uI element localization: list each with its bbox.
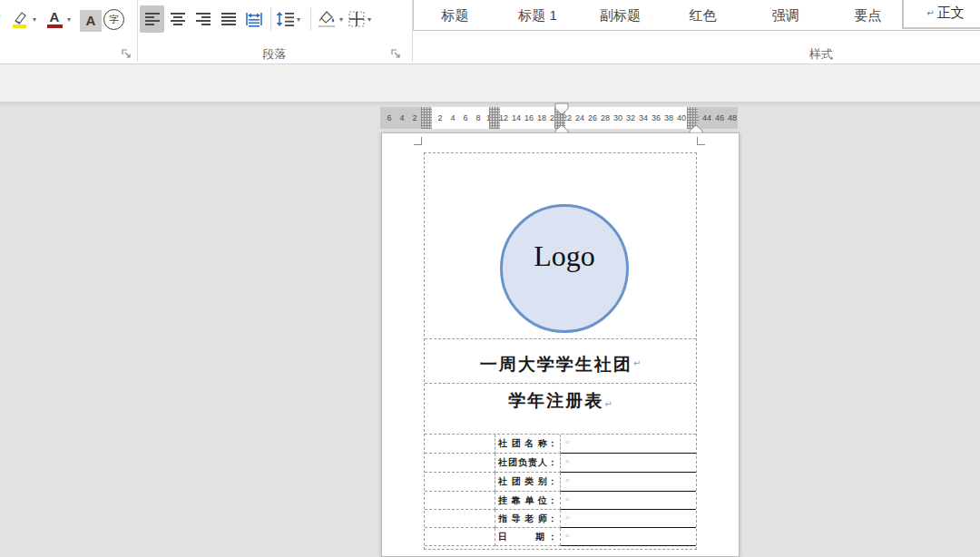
distributed-button[interactable] [241, 5, 266, 33]
paragraph-mark-icon: ↵ [633, 358, 641, 368]
style-item-subtitle[interactable]: 副标题 [579, 1, 662, 29]
logo-circle-shape[interactable]: Logo [500, 204, 629, 333]
chevron-down-icon: ▾ [67, 15, 71, 24]
fill-in-line[interactable]: ¤ [561, 473, 696, 492]
font-color-icon: A [44, 8, 65, 30]
label-cell[interactable]: 挂 靠 单 位： [495, 492, 561, 510]
highlighter-icon [9, 8, 31, 30]
empty-cell[interactable] [425, 454, 495, 473]
title-line-2[interactable]: 学年注册表 ↵ [425, 384, 696, 435]
return-mark-icon: ↵ [926, 8, 934, 18]
separator [270, 7, 271, 31]
clipped-dropdown-icon[interactable]: ▾ [0, 13, 1, 22]
text-boundary-corner-left [414, 137, 422, 145]
label-cell[interactable]: 社团负责人： [495, 454, 561, 473]
form-row-club-leader: 社团负责人： ¤ [425, 454, 696, 473]
character-shading-button[interactable]: A [80, 7, 102, 34]
align-right-icon [194, 10, 212, 28]
cell-end-mark: ¤ [565, 513, 569, 522]
title-line-1[interactable]: 一周大学学生社团 ↵ [425, 339, 696, 384]
text-boundary-corner-right [697, 137, 705, 145]
line-spacing-icon [275, 10, 295, 28]
cell-end-mark: ¤ [565, 495, 569, 503]
logo-cell[interactable]: Logo [425, 153, 696, 339]
align-center-icon [169, 10, 187, 28]
style-item-red[interactable]: 红色 [662, 1, 744, 29]
styles-group-label: 样式 [413, 46, 980, 63]
label-text: 社 团 名 称： [495, 437, 560, 450]
separator [310, 7, 311, 31]
form-rows: 社 团 名 称： ¤ 社团负责人： ¤ 社 团 类 别： ¤ 挂 靠 单 位： … [425, 435, 696, 549]
cell-end-mark: ¤ [565, 438, 569, 446]
style-item-emphasis[interactable]: 强调 [744, 1, 827, 29]
enclose-characters-icon: 字 [103, 9, 124, 30]
table-column-marker[interactable] [489, 107, 500, 129]
styles-gallery: 标题 标题 1 副标题 红色 强调 要点 ↵ 正文 [413, 0, 980, 31]
shading-bucket-icon [316, 9, 338, 29]
table-column-marker[interactable] [554, 107, 565, 129]
chevron-down-icon: ▾ [33, 15, 36, 24]
empty-cell[interactable] [425, 435, 495, 454]
justify-button[interactable] [216, 5, 240, 33]
fill-in-line[interactable]: ¤ [561, 510, 696, 528]
style-item-normal-selected[interactable]: ↵ 正文 [902, 0, 980, 29]
table-column-marker[interactable] [421, 107, 432, 129]
form-row-affiliated-unit: 挂 靠 单 位： ¤ [425, 492, 696, 510]
title-line-2-text: 学年注册表 [508, 389, 603, 413]
label-cell[interactable]: 指 导 老 师： [495, 510, 561, 528]
empty-cell[interactable] [425, 528, 495, 546]
label-text: 日 期： [495, 531, 560, 543]
fill-in-line[interactable]: ¤ [561, 435, 696, 454]
logo-text: Logo [534, 239, 595, 330]
form-row-club-category: 社 团 类 别： ¤ [425, 473, 696, 492]
form-row-date: 日 期： ¤ [425, 528, 696, 546]
line-spacing-button[interactable]: ▾ [275, 5, 300, 33]
registration-table[interactable]: Logo 一周大学学生社团 ↵ 学年注册表 ↵ 社 团 名 称： ¤ [424, 152, 697, 550]
paragraph-mark-icon: ↵ [604, 399, 612, 409]
borders-button[interactable]: ▾ [348, 5, 371, 33]
table-column-marker[interactable] [687, 107, 698, 129]
document-page[interactable]: Logo 一周大学学生社团 ↵ 学年注册表 ↵ 社 团 名 称： ¤ [381, 132, 740, 557]
chevron-down-icon: ▾ [368, 15, 371, 24]
align-right-button[interactable] [191, 5, 215, 33]
style-item-keypoints[interactable]: 要点 [827, 1, 909, 29]
enclose-characters-button[interactable]: 字 [103, 5, 124, 33]
label-text: 指 导 老 师： [495, 513, 560, 525]
form-row-advisor: 指 导 老 师： ¤ [425, 510, 696, 528]
word-window: ▾ ▾ A ▾ A 字 [0, 0, 980, 557]
text-highlight-button[interactable]: ▾ [9, 5, 36, 33]
label-text: 社 团 类 别： [495, 475, 560, 488]
ribbon-lower-band [0, 64, 980, 103]
ribbon: ▾ ▾ A ▾ A 字 [0, 0, 980, 64]
paragraph-group-label: 段落 [137, 46, 412, 63]
empty-cell[interactable] [425, 510, 495, 528]
title-line-1-text: 一周大学学生社团 [480, 353, 632, 376]
cell-end-mark: ¤ [565, 476, 569, 484]
label-text: 挂 靠 单 位： [495, 494, 560, 507]
empty-cell[interactable] [425, 473, 495, 492]
label-cell[interactable]: 社 团 类 别： [495, 473, 561, 492]
font-color-button[interactable]: A ▾ [44, 5, 71, 33]
borders-icon [348, 10, 366, 28]
horizontal-ruler[interactable]: 64 2 24 68 1012 1416 1820 2224 2628 3032… [380, 107, 738, 129]
style-item-heading1[interactable]: 标题 1 [496, 1, 579, 29]
label-cell[interactable]: 社 团 名 称： [495, 435, 561, 454]
empty-cell[interactable] [425, 492, 495, 510]
justify-icon [220, 10, 238, 28]
character-shading-icon: A [80, 10, 102, 32]
label-text: 社团负责人： [495, 456, 560, 469]
fill-in-line[interactable]: ¤ [561, 528, 696, 546]
fill-in-line[interactable]: ¤ [561, 492, 696, 510]
align-left-icon [143, 10, 162, 28]
style-item-title[interactable]: 标题 [414, 1, 496, 29]
cell-end-mark: ¤ [565, 532, 569, 540]
align-left-button[interactable] [140, 5, 164, 33]
label-cell[interactable]: 日 期： [495, 528, 561, 546]
form-row-club-name: 社 团 名 称： ¤ [425, 435, 696, 454]
chevron-down-icon: ▾ [339, 15, 343, 24]
cell-end-mark: ¤ [565, 457, 569, 465]
shading-button[interactable]: ▾ [316, 5, 343, 33]
font-dialog-launcher[interactable] [121, 47, 132, 59]
align-center-button[interactable] [165, 5, 190, 33]
fill-in-line[interactable]: ¤ [561, 454, 696, 473]
